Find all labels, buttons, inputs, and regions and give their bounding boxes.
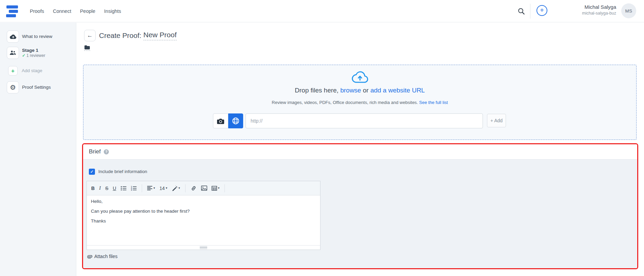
- add-url-button[interactable]: + Add: [487, 114, 506, 127]
- chevron-down-icon: ▾: [154, 187, 155, 190]
- nav-people[interactable]: People: [80, 8, 95, 14]
- sidebar-item-label: Proof Settings: [22, 81, 51, 93]
- numbered-list-button[interactable]: 1 2 3: [131, 186, 137, 191]
- main-nav: Proofs Connect People Insights: [30, 0, 121, 22]
- reviewer-count: 1 reviewer: [26, 53, 45, 58]
- sidebar-item-add-stage[interactable]: + Add stage: [8, 66, 42, 76]
- add-website-url-link[interactable]: add a website URL: [370, 87, 425, 94]
- camera-icon: [217, 118, 225, 124]
- insert-image-button[interactable]: [201, 186, 207, 191]
- font-size-dropdown[interactable]: 14 ▾: [159, 186, 167, 191]
- or-text: or: [361, 87, 370, 94]
- include-brief-label: Include brief information: [98, 169, 147, 175]
- globe-icon: [232, 117, 240, 125]
- avatar[interactable]: MS: [621, 3, 636, 18]
- text-color-button[interactable]: ▾: [172, 186, 180, 191]
- brief-editor: B I S U 1 2: [86, 181, 320, 250]
- topbar: Proofs Connect People Insights + Michal …: [0, 0, 644, 22]
- bullet-list-icon: [121, 186, 126, 191]
- attach-files-label: Attach files: [94, 254, 117, 259]
- folder-icon: [84, 45, 90, 50]
- bullet-list-button[interactable]: [121, 186, 126, 191]
- add-stage-plus-icon: +: [8, 66, 18, 76]
- numbered-list-icon: 1 2 3: [131, 186, 137, 191]
- folder-dashed-underline: [84, 50, 90, 51]
- brief-section: Brief ? ✓ Include brief information B I …: [82, 143, 638, 269]
- strikethrough-button[interactable]: S: [105, 186, 108, 191]
- dropzone-headline: Drop files here, browse or add a website…: [83, 87, 636, 94]
- italic-button[interactable]: I: [99, 186, 101, 191]
- user-handle: michal-salyga-buz: [556, 10, 616, 16]
- underline-button[interactable]: U: [113, 186, 116, 191]
- chevron-down-icon: ▾: [178, 187, 180, 190]
- sidebar-item-stage-1[interactable]: Stage 1 ✓1 reviewer: [7, 47, 45, 59]
- pen-icon: [172, 186, 177, 191]
- toolbar-separator: [225, 184, 225, 192]
- editor-toolbar: B I S U 1 2: [87, 181, 320, 195]
- see-full-list-link[interactable]: See the full list: [419, 100, 448, 105]
- back-button[interactable]: ←: [84, 30, 96, 41]
- stage-text: Stage 1 ✓1 reviewer: [22, 47, 45, 58]
- search-icon[interactable]: [516, 6, 526, 16]
- paperclip-icon: [86, 253, 93, 260]
- upload-cloud-icon: [351, 71, 369, 84]
- bold-button[interactable]: B: [91, 186, 95, 191]
- image-icon: [201, 186, 207, 191]
- nav-proofs[interactable]: Proofs: [30, 8, 44, 14]
- nav-insights[interactable]: Insights: [104, 8, 121, 14]
- editor-resize-bar[interactable]: [87, 245, 320, 250]
- brief-paragraph: Hello,: [91, 199, 316, 204]
- user-name: Michal Salyga: [556, 4, 616, 10]
- capture-button[interactable]: [213, 113, 228, 128]
- sidebar-item-what-to-review[interactable]: What to review: [7, 30, 52, 43]
- toolbar-separator: [185, 184, 186, 192]
- chevron-down-icon: ▾: [218, 187, 220, 190]
- drop-files-text: Drop files here,: [295, 87, 340, 94]
- insert-table-button[interactable]: ▾: [212, 186, 220, 191]
- include-brief-checkbox[interactable]: ✓: [89, 169, 95, 175]
- gear-icon: ⚙: [7, 81, 19, 93]
- main-content: ← Create Proof: New Proof Drop files her…: [77, 23, 644, 276]
- sidebar-item-label: What to review: [22, 30, 52, 43]
- folder-picker[interactable]: [84, 45, 90, 51]
- website-url-mode-button[interactable]: [228, 113, 243, 128]
- attach-files-link[interactable]: Attach files: [87, 254, 117, 259]
- logo-bar: [6, 14, 16, 17]
- browse-link[interactable]: browse: [340, 87, 361, 94]
- chevron-down-icon: ▾: [166, 187, 168, 190]
- check-icon: ✓: [22, 53, 25, 58]
- dropzone-subtext: Review images, videos, PDFs, Office docu…: [83, 100, 636, 105]
- table-icon: [212, 186, 217, 191]
- reviewers-icon: [7, 47, 19, 59]
- website-url-input[interactable]: [246, 113, 483, 128]
- upload-cloud-icon: [7, 30, 19, 43]
- create-new-button[interactable]: +: [536, 5, 547, 16]
- back-arrow-icon: ←: [87, 32, 93, 39]
- brief-header: Brief ?: [83, 144, 637, 159]
- logo-bar: [6, 5, 18, 8]
- align-button[interactable]: ▾: [147, 186, 155, 190]
- page-title: Create Proof: New Proof: [99, 30, 177, 41]
- stage-reviewers: ✓1 reviewer: [22, 53, 45, 58]
- topbar-divider: [530, 4, 530, 19]
- stage-name: Stage 1: [22, 48, 45, 53]
- sidebar-item-label: Add stage: [22, 66, 42, 76]
- proof-name-editable[interactable]: New Proof: [143, 31, 177, 40]
- brief-title: Brief: [89, 148, 101, 155]
- brief-body: ✓ Include brief information B I S U: [83, 159, 637, 268]
- resize-grip-icon: [200, 246, 207, 249]
- file-dropzone[interactable]: Drop files here, browse or add a website…: [83, 65, 637, 140]
- app: Proofs Connect People Insights + Michal …: [0, 0, 644, 276]
- link-icon: [191, 185, 197, 191]
- ziflow-logo[interactable]: [6, 5, 18, 17]
- insert-link-button[interactable]: [191, 185, 197, 191]
- logo-bar: [9, 10, 18, 13]
- brief-paragraph: Can you please pay attention to the head…: [91, 209, 316, 214]
- user-menu[interactable]: Michal Salyga michal-salyga-buz: [556, 4, 616, 16]
- sidebar: What to review Stage 1 ✓1 reviewer +: [0, 23, 76, 276]
- help-icon[interactable]: ?: [104, 149, 109, 154]
- brief-text-area[interactable]: Hello, Can you please pay attention to t…: [87, 195, 320, 245]
- toolbar-separator: [142, 184, 142, 192]
- nav-connect[interactable]: Connect: [53, 8, 71, 14]
- sidebar-item-proof-settings[interactable]: ⚙ Proof Settings: [7, 81, 51, 93]
